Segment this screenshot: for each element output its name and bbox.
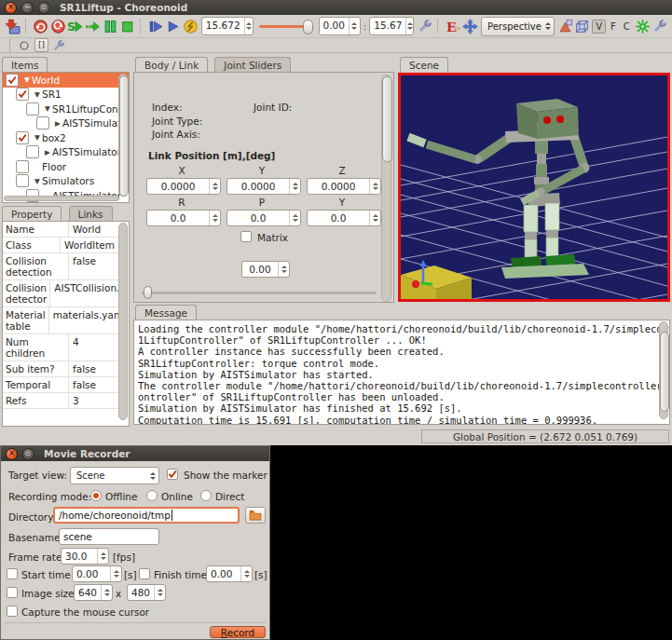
movie-recorder-titlebar[interactable]: × ▫ Movie Recorder [1,446,269,461]
current-time-spinbox[interactable]: 15.672 [201,17,254,35]
expand-arrow-icon[interactable]: ▼ [33,90,42,99]
config-button[interactable] [51,39,66,52]
property-value[interactable]: false [69,377,118,392]
x-position-spinbox[interactable]: 0.0000 [146,178,221,195]
spin-arrows[interactable] [349,18,360,34]
y-position-spinbox[interactable]: 0.0000 [226,178,301,195]
image-height-spinbox[interactable]: 480 [127,584,166,601]
items-hscrollbar[interactable] [4,196,119,201]
spin-arrows[interactable] [369,211,380,225]
image-size-checkbox[interactable] [7,587,18,598]
message-view[interactable]: Loading the controller module "/home/hat… [133,320,670,425]
scene-config-button[interactable] [651,17,668,35]
spin-arrows[interactable] [101,585,112,600]
item-checkbox[interactable] [16,160,29,173]
spin-arrows[interactable] [369,179,380,194]
save-project-button[interactable] [4,17,21,35]
play-from-start-button[interactable] [147,17,165,35]
image-width-spinbox[interactable]: 640 [74,584,113,601]
property-table[interactable]: NameWorldClassWorldItemCollision detecti… [2,221,130,427]
property-row[interactable]: ClassWorldItem [3,238,118,253]
body-link-slider[interactable] [142,285,377,300]
vertex-toggle-button[interactable]: V [592,20,606,34]
tree-item-floor[interactable]: Floor [3,159,129,174]
collision-toggle-button[interactable]: C [621,20,633,33]
matrix-checkbox[interactable] [240,231,252,242]
time-slider[interactable] [259,18,313,34]
browse-directory-button[interactable] [245,507,266,524]
bracket-button[interactable]: [] [34,38,48,52]
property-row[interactable]: Collision detectionfalse [3,253,118,280]
r-rotation-spinbox[interactable]: 0.0 [146,210,221,226]
tab-scene[interactable]: Scene [400,57,448,74]
property-value[interactable]: 4 [69,334,118,361]
spin-arrows[interactable] [97,549,108,564]
collapse-arrow-icon[interactable]: ▶ [53,119,62,128]
record-button[interactable]: Record [210,626,266,638]
capture-cursor-checkbox[interactable] [7,606,18,617]
property-value[interactable]: false [69,253,118,279]
property-row[interactable]: Refs3 [3,393,118,409]
scale-spinbox[interactable]: 0.00 [241,261,290,278]
property-row[interactable]: Temporalfalse [3,377,118,393]
tree-item-box2[interactable]: ▼box2 [3,130,129,145]
spin-arrows[interactable] [154,585,165,600]
projection-select[interactable]: Perspective [481,17,555,36]
time-range-end-spinbox[interactable]: 15.67 [369,17,414,35]
close-button[interactable]: × [5,2,17,14]
time-sync-button[interactable] [182,17,199,35]
tree-item-simulators[interactable]: ▼Simulators [3,174,129,189]
item-checkbox[interactable] [16,174,29,187]
radio-direct[interactable] [200,490,212,501]
item-checkbox[interactable] [26,145,39,158]
expand-arrow-icon[interactable]: ▼ [43,104,52,113]
slider-handle[interactable] [144,286,152,299]
z-position-spinbox[interactable]: 0.0000 [307,178,381,195]
finish-time-checkbox[interactable] [139,568,150,579]
play-animation-button[interactable] [165,17,183,35]
scene-3d-view[interactable] [398,73,670,302]
main-titlebar[interactable]: × − ▫ SR1Liftup - Choreonoid [0,0,672,15]
spin-arrows[interactable] [278,262,289,277]
item-checkbox[interactable] [16,88,29,101]
resume-simulation-button[interactable] [84,17,102,35]
directory-input[interactable]: /home/choreonoid/tmp [53,507,240,524]
property-row[interactable]: Collision detectorAISTCollision... [3,280,118,307]
restore-initial-state-button[interactable] [49,17,67,35]
property-value[interactable]: World [69,222,118,237]
start-time-spinbox[interactable]: 0.00 [72,565,122,582]
store-initial-state-button[interactable] [32,17,49,35]
expand-arrow-icon[interactable]: ▼ [33,177,42,185]
items-vscrollbar[interactable] [118,74,128,197]
start-time-checkbox[interactable] [7,568,18,579]
spin-arrows[interactable] [244,18,253,34]
basename-input[interactable]: scene [59,528,159,545]
property-row[interactable]: Num children4 [3,334,118,361]
tree-item-sr1[interactable]: ▼SR1 [3,88,129,102]
pause-simulation-button[interactable] [102,17,119,35]
spin-arrows[interactable] [405,18,413,34]
spin-arrows[interactable] [240,566,252,581]
maximize-button[interactable]: ▫ [38,2,50,14]
item-checkbox[interactable] [36,116,49,129]
tree-item-aistsimulator-sr1[interactable]: ▶AISTSimulator-SR1 [3,116,129,131]
expand-arrow-icon[interactable]: ▼ [33,133,42,142]
face-toggle-button[interactable]: F [608,20,619,33]
tree-item-world[interactable]: ▼World [3,73,129,88]
target-view-select[interactable]: Scene [70,467,159,484]
body-link-vscrollbar[interactable] [381,75,391,302]
minimize-button[interactable]: − [21,2,34,14]
edit-mode-button[interactable]: E [445,17,462,35]
show-marker-checkbox[interactable] [167,469,178,480]
message-vscrollbar[interactable] [659,321,668,419]
item-checkbox[interactable] [16,131,29,144]
time-bar-config-button[interactable] [416,17,433,35]
expand-arrow-icon[interactable]: ▼ [22,75,32,84]
collision-view-button[interactable] [574,17,592,35]
spin-arrows[interactable] [209,211,220,225]
item-tree-view[interactable]: ▼World▼SR1▼SR1LiftupController▶AISTSimul… [2,72,130,203]
collapse-arrow-icon[interactable]: ▶ [43,148,52,157]
start-simulation-button[interactable]: S [67,17,85,35]
radio-online[interactable] [146,490,158,501]
p-rotation-spinbox[interactable]: 0.0 [226,210,301,226]
